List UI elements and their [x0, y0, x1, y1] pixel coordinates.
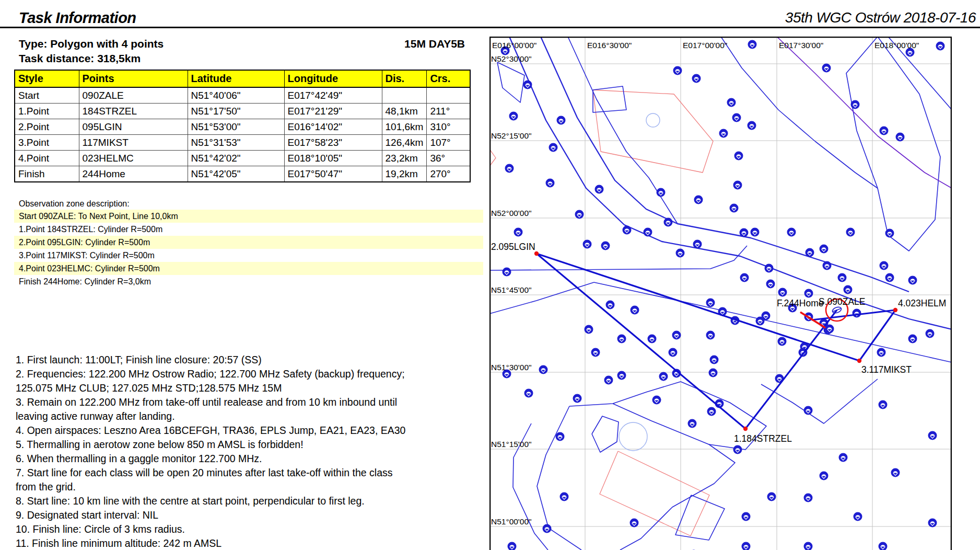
waypoint-symbol	[673, 66, 682, 75]
table-cell: N51°53'00"	[188, 119, 284, 135]
table-cell: 126,4km	[382, 135, 427, 151]
waypoint-symbol	[575, 210, 584, 219]
table-column-header: Crs.	[427, 70, 470, 87]
waypoint-symbol	[765, 264, 774, 273]
waypoint-symbol	[804, 494, 813, 502]
waypoint-symbol	[928, 431, 937, 440]
waypoint-symbol	[734, 152, 743, 161]
task-distance-label: Task distance: 318,5km	[19, 52, 141, 65]
airspace-outline	[569, 382, 681, 406]
table-row: Start090ZALEN51°40'06"E017°42'49"	[15, 87, 470, 104]
waypoint-symbol	[854, 512, 862, 521]
table-column-header: Points	[79, 70, 188, 87]
waypoint-symbol	[804, 289, 813, 298]
task-point-label: S.090ZALE	[819, 296, 866, 307]
note-line: 4. Open airspaces: Leszno Area 16BCEFGH,…	[16, 423, 486, 438]
observation-zone-line: 2.Point 095LGIN: Cylinder R=500m	[14, 236, 483, 249]
waypoint-symbol	[885, 229, 894, 238]
waypoint-symbol	[676, 249, 685, 258]
table-cell: 36°	[427, 151, 470, 166]
latitude-label: N51°30'00"	[491, 363, 532, 372]
airspace-pink-outline	[600, 451, 709, 536]
waypoint-symbol	[623, 226, 632, 235]
airspace-outline	[497, 62, 524, 102]
table-body: Start090ZALEN51°40'06"E017°42'49"1.Point…	[15, 87, 470, 182]
waypoint-symbol	[896, 133, 905, 142]
task-map[interactable]: 2.095LGIN1.184STRZEL3.117MIKST4.023HELMS…	[489, 37, 952, 550]
waypoint-symbol	[853, 309, 861, 318]
waypoint-symbol	[820, 472, 829, 480]
waypoint-symbol	[644, 228, 652, 237]
waypoint-symbol	[839, 453, 848, 462]
observation-heading: Observation zone description:	[14, 198, 483, 210]
task-point-label: 4.023HELM	[898, 298, 946, 308]
waypoint-symbol	[733, 181, 742, 190]
observation-zone-line: Start 090ZALE: To Next Point, Line 10,0k…	[14, 210, 483, 223]
waypoint-symbol	[846, 228, 855, 237]
note-line: 2. Frequencies: 122.200 MHz Ostrow Radio…	[16, 367, 486, 381]
class-day-label: 15M DAY5B	[404, 38, 465, 50]
waypoint-symbol	[740, 228, 749, 237]
waypoint-symbol	[539, 365, 548, 374]
waypoint-symbol	[851, 100, 860, 109]
table-cell: Finish	[15, 166, 79, 182]
waypoint-symbol	[936, 42, 945, 51]
latitude-label: N52°00'00"	[491, 209, 532, 217]
table-cell: 211°	[427, 104, 470, 119]
waypoint-symbol	[557, 116, 566, 125]
waypoint-symbol	[523, 81, 532, 89]
waypoint-symbol	[669, 348, 678, 357]
waypoint-symbol	[617, 335, 626, 343]
waypoint-symbol	[583, 240, 592, 249]
airspace-outline	[594, 282, 952, 362]
waypoint-symbol	[694, 196, 703, 204]
waypoint-symbol	[877, 348, 886, 357]
task-points-table: StylePointsLatitudeLongitudeDis.Crs. Sta…	[14, 70, 471, 182]
table-cell: 095LGIN	[79, 119, 188, 135]
waypoint-symbol	[766, 280, 775, 289]
waypoint-symbol	[806, 248, 814, 257]
table-cell: N51°17'50"	[188, 104, 284, 119]
table-cell: 107°	[427, 135, 470, 151]
waypoint-symbol	[879, 542, 888, 550]
table-cell: 310°	[427, 119, 470, 135]
waypoint-symbol	[710, 356, 719, 364]
waypoint-symbol	[601, 242, 610, 250]
table-row: 4.Point023HELMCN51°42'02"E018°10'05"23,2…	[15, 151, 470, 166]
waypoint-symbol	[908, 335, 917, 343]
longitude-label: E017°00'00"	[683, 41, 727, 50]
longitude-label: E017°30'00"	[779, 41, 823, 50]
waypoint-symbol	[648, 335, 657, 343]
waypoint-symbol	[733, 445, 742, 454]
waypoint-symbol	[505, 164, 514, 173]
waypoint-symbol	[844, 285, 853, 294]
waypoint-symbol	[508, 542, 517, 550]
table-cell: 3.Point	[15, 135, 79, 151]
table-cell: 2.Point	[15, 119, 79, 135]
waypoint-symbol	[672, 331, 681, 340]
event-title: 35th WGC Ostrów 2018-07-16	[785, 9, 976, 26]
airspace-outline	[846, 37, 940, 251]
note-line: 3. Remain on 122.200 MHz from take-off u…	[16, 395, 486, 409]
table-cell: 19,2km	[382, 166, 427, 182]
table-cell: 48,1km	[382, 104, 427, 119]
note-line: 6. When thermalling in a gaggle monitor …	[16, 452, 486, 466]
waypoint-symbol	[595, 185, 604, 194]
table-cell: 101,6km	[382, 119, 427, 135]
waypoint-symbol	[543, 524, 552, 533]
table-cell: 023HELMC	[79, 151, 188, 166]
task-point-label: 1.184STRZEL	[734, 433, 792, 444]
waypoint-symbol	[546, 179, 555, 188]
waypoint-symbol	[879, 400, 888, 409]
turnpoint-dot	[893, 308, 897, 312]
waypoint-symbol	[742, 512, 751, 521]
waypoint-symbol	[693, 240, 702, 249]
observation-zone-line: Finish 244Home: Cylinder R=3,0km	[14, 275, 483, 288]
turnpoint-dot	[857, 359, 861, 363]
waypoint-symbol	[748, 121, 756, 130]
waypoint-symbol	[822, 64, 831, 73]
table-column-header: Style	[15, 70, 79, 87]
table-cell: E016°14'02"	[284, 119, 382, 135]
airspace-outline	[675, 495, 725, 540]
waypoint-symbol	[706, 331, 715, 340]
